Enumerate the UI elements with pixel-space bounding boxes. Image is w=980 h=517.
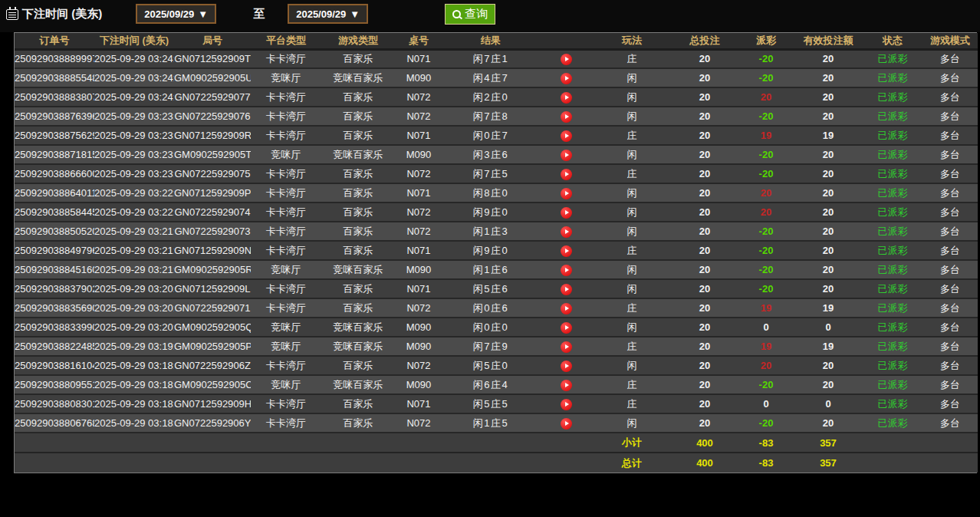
subtotal-label: 小计: [593, 433, 671, 453]
bet-time-cell: 2025-09-29 03:23:04: [94, 164, 174, 183]
col-bet-type: 玩法: [593, 33, 671, 49]
play-video-button[interactable]: [561, 169, 572, 180]
play-video-button[interactable]: [561, 73, 572, 84]
round-id-cell: GN0722592906Z: [174, 356, 251, 375]
game-type-cell: 百家乐: [321, 164, 395, 183]
table-row: 250929038835690 2025-09-29 03:20:33 GN07…: [15, 298, 978, 318]
total-bet-cell: 20: [671, 394, 738, 413]
result-cell: 闲3庄6: [442, 145, 539, 164]
play-icon: [565, 210, 569, 215]
play-video-button[interactable]: [561, 130, 572, 142]
date-from-select[interactable]: 2025/09/29 ▼: [136, 4, 216, 24]
status-cell: 已派彩: [863, 260, 922, 279]
order-id-cell: 250929038885548: [15, 68, 94, 87]
date-range-to-label: 至: [253, 7, 265, 21]
bet-time-cell: 2025-09-29 03:20:46: [94, 279, 174, 298]
order-id-cell: 250929038809551: [15, 375, 94, 394]
play-video-button[interactable]: [561, 303, 572, 314]
play-icon: [565, 191, 569, 196]
game-type-cell: 竞咪百家乐: [321, 260, 395, 279]
order-id-cell: 250929038833990: [15, 318, 94, 337]
total-bet-cell: 20: [671, 49, 738, 68]
payout-cell: -20: [738, 68, 794, 87]
play-icon: [565, 114, 569, 119]
payout-cell: -20: [738, 164, 794, 183]
bet-time-cell: 2025-09-29 03:21:42: [94, 241, 174, 260]
result-cell: 闲4庄7: [442, 68, 539, 87]
query-button[interactable]: 查询: [445, 4, 495, 25]
play-video-button[interactable]: [561, 226, 572, 238]
table-body: 250929038889997 2025-09-29 03:24:51 GN07…: [15, 49, 978, 433]
game-mode-cell: 多台: [922, 126, 978, 145]
round-id-cell: GN0712592909H: [174, 394, 251, 413]
status-cell: 已派彩: [863, 164, 922, 183]
play-video-button[interactable]: [561, 418, 572, 430]
col-game-type: 游戏类型: [321, 33, 395, 49]
status-cell: 已派彩: [863, 107, 922, 126]
valid-bet-cell: 19: [794, 298, 863, 318]
play-video-button[interactable]: [561, 380, 572, 391]
date-to-select[interactable]: 2025/09/29 ▼: [288, 4, 368, 24]
table-no-cell: N072: [395, 107, 442, 126]
bet-time-cell: 2025-09-29 03:24:51: [94, 49, 174, 68]
game-mode-cell: 多台: [922, 49, 978, 68]
date-to-value: 2025/09/29: [296, 8, 346, 20]
bet-type-cell: 闲: [593, 145, 671, 164]
play-video-button[interactable]: [561, 207, 572, 219]
bet-type-cell: 闲: [593, 222, 671, 241]
game-type-cell: 竞咪百家乐: [321, 337, 395, 356]
game-type-cell: 百家乐: [321, 356, 395, 375]
order-id-cell: 250929038808301: [15, 394, 94, 413]
replay-cell: [539, 356, 593, 375]
total-bet-cell: 20: [671, 222, 738, 241]
play-video-button[interactable]: [561, 399, 572, 410]
order-id-cell: 250929038806768: [15, 413, 94, 433]
round-id-cell: GN0712592909T: [174, 49, 251, 68]
play-video-button[interactable]: [561, 92, 572, 104]
game-mode-cell: 多台: [922, 279, 978, 298]
col-platform: 平台类型: [251, 33, 321, 49]
payout-cell: -20: [738, 413, 794, 433]
play-video-button[interactable]: [561, 111, 572, 123]
subtotal-row: 小计 400 -83 357: [15, 433, 978, 453]
result-cell: 闲0庄0: [442, 318, 539, 337]
payout-cell: 19: [738, 126, 794, 145]
play-video-button[interactable]: [561, 341, 572, 353]
replay-cell: [539, 107, 593, 126]
total-bet-cell: 20: [671, 145, 738, 164]
status-cell: 已派彩: [863, 222, 922, 241]
platform-cell: 卡卡湾厅: [251, 126, 321, 145]
game-mode-cell: 多台: [922, 394, 978, 413]
bet-type-cell: 闲: [593, 68, 671, 87]
game-type-cell: 百家乐: [321, 394, 395, 413]
table-no-cell: N072: [395, 87, 442, 107]
play-video-button[interactable]: [561, 245, 572, 257]
game-type-cell: 百家乐: [321, 126, 395, 145]
valid-bet-cell: 0: [794, 394, 863, 413]
result-cell: 闲5庄0: [442, 356, 539, 375]
play-video-button[interactable]: [561, 284, 572, 295]
total-bet: 400: [671, 453, 738, 473]
play-video-button[interactable]: [561, 361, 572, 372]
play-video-button[interactable]: [561, 322, 572, 334]
valid-bet-cell: 20: [794, 260, 863, 279]
order-id-cell: 250929038876396: [15, 107, 94, 126]
table-no-cell: N072: [395, 222, 442, 241]
bet-time-cell: 2025-09-29 03:18:20: [94, 394, 174, 413]
bet-history-table: 订单号 下注时间 (美东) 局号 平台类型 游戏类型 桌号 结果 玩法 总投注 …: [14, 32, 977, 473]
payout-cell: -20: [738, 222, 794, 241]
status-cell: 已派彩: [863, 279, 922, 298]
platform-cell: 卡卡湾厅: [251, 183, 321, 203]
table-row: 250929038858445 2025-09-29 03:22:23 GN07…: [15, 203, 978, 222]
play-video-button[interactable]: [561, 54, 572, 65]
play-video-button[interactable]: [561, 188, 572, 199]
play-icon: [565, 325, 569, 330]
result-cell: 闲9庄0: [442, 241, 539, 260]
total-bet-cell: 20: [671, 356, 738, 375]
table-no-cell: N071: [395, 241, 442, 260]
play-video-button[interactable]: [561, 265, 572, 276]
play-video-button[interactable]: [561, 150, 572, 161]
table-row: 250929038806768 2025-09-29 03:18:12 GN07…: [15, 413, 978, 433]
bet-type-cell: 庄: [593, 164, 671, 183]
bet-type-cell: 庄: [593, 49, 671, 68]
